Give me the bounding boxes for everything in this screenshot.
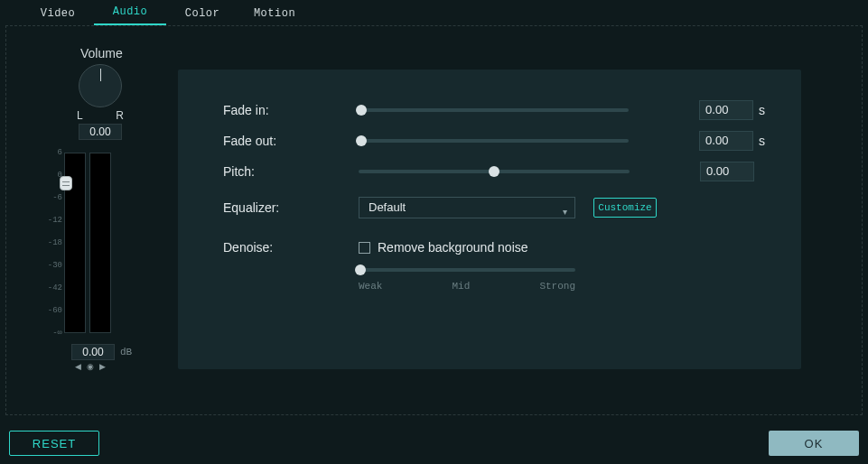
volume-section: Volume L R 0.00 <box>50 46 158 140</box>
fade-out-unit: s <box>759 134 765 148</box>
fade-out-slider[interactable] <box>359 139 629 143</box>
footer: RESET OK <box>0 422 868 464</box>
denoise-mid-label: Mid <box>452 281 470 292</box>
pitch-label: Pitch: <box>223 164 359 179</box>
chevron-down-icon: ▾ <box>563 202 567 222</box>
nudge-right-icon[interactable]: ▶ <box>99 362 106 371</box>
ok-button[interactable]: OK <box>769 431 859 456</box>
volume-fader[interactable] <box>60 176 72 190</box>
level-meter: 60-6-12-18-30-42-60-∞ <box>44 153 111 333</box>
pitch-value[interactable]: 0.00 <box>700 162 754 181</box>
db-unit: dB <box>120 347 132 357</box>
fade-out-value[interactable]: 0.00 <box>699 131 753 151</box>
nudge-left-icon[interactable]: ◀ <box>75 362 81 371</box>
customize-button[interactable]: Customize <box>593 198 657 218</box>
audio-settings-card: Fade in: 0.00 s Fade out: 0.00 s Pitch: <box>178 70 801 369</box>
denoise-checkbox[interactable] <box>359 242 370 254</box>
audio-panel: Volume L R 0.00 60-6-12-18-30-42-60-∞ 0.… <box>5 25 863 415</box>
pitch-slider[interactable] <box>359 170 630 173</box>
denoise-slider[interactable] <box>359 268 575 272</box>
nudge-center-icon[interactable]: ◉ <box>87 362 94 371</box>
fade-in-value[interactable]: 0.00 <box>699 100 753 120</box>
tab-video[interactable]: Video <box>22 7 94 25</box>
pan-right-label: R <box>116 109 124 122</box>
fade-in-unit: s <box>759 103 765 117</box>
equalizer-select[interactable]: Default ▾ <box>359 197 575 218</box>
pan-value[interactable]: 0.00 <box>79 124 122 140</box>
fade-in-slider[interactable] <box>359 108 629 112</box>
denoise-strong-label: Strong <box>539 281 575 292</box>
volume-title: Volume <box>80 46 158 60</box>
db-value[interactable]: 0.00 <box>71 344 115 360</box>
fade-out-label: Fade out: <box>223 134 359 148</box>
reset-button[interactable]: RESET <box>9 431 99 456</box>
tab-bar: Video Audio Color Motion <box>0 0 868 25</box>
fade-in-label: Fade in: <box>223 103 359 117</box>
tab-color[interactable]: Color <box>166 7 238 25</box>
denoise-weak-label: Weak <box>359 281 382 292</box>
pan-left-label: L <box>77 109 83 122</box>
denoise-label: Denoise: <box>223 240 359 255</box>
tab-audio[interactable]: Audio <box>94 5 166 25</box>
fader-nudge: ◀ ◉ ▶ <box>75 362 106 371</box>
meter-bar-right <box>89 153 111 333</box>
tab-motion[interactable]: Motion <box>238 7 311 25</box>
equalizer-selected: Default <box>369 200 406 214</box>
equalizer-label: Equalizer: <box>223 200 359 215</box>
denoise-checkbox-label: Remove background noise <box>378 240 528 255</box>
pan-knob[interactable] <box>79 64 122 107</box>
